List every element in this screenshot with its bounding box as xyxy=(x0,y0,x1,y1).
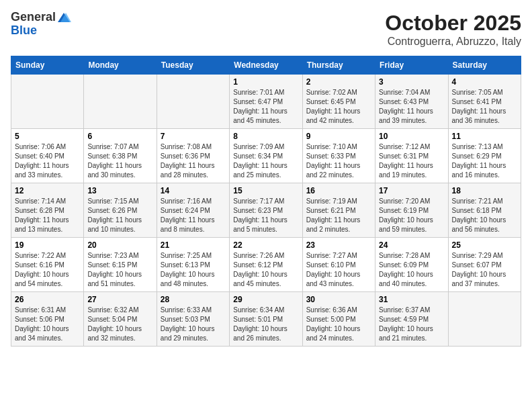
calendar-week-row: 1Sunrise: 7:01 AM Sunset: 6:47 PM Daylig… xyxy=(11,75,521,129)
logo-icon xyxy=(56,11,71,24)
table-row xyxy=(11,75,84,129)
day-number: 27 xyxy=(87,295,152,304)
table-row: 4Sunrise: 7:05 AM Sunset: 6:41 PM Daylig… xyxy=(448,75,521,129)
day-info: Sunrise: 6:33 AM Sunset: 5:03 PM Dayligh… xyxy=(161,306,226,343)
day-info: Sunrise: 7:01 AM Sunset: 6:47 PM Dayligh… xyxy=(233,88,298,126)
calendar-table: Sunday Monday Tuesday Wednesday Thursday… xyxy=(11,56,521,347)
day-info: Sunrise: 7:17 AM Sunset: 6:23 PM Dayligh… xyxy=(233,197,298,234)
day-info: Sunrise: 7:05 AM Sunset: 6:41 PM Dayligh… xyxy=(452,88,517,126)
day-number: 11 xyxy=(452,132,517,141)
table-row: 13Sunrise: 7:15 AM Sunset: 6:26 PM Dayli… xyxy=(84,183,157,238)
table-row: 5Sunrise: 7:06 AM Sunset: 6:40 PM Daylig… xyxy=(11,129,84,183)
day-info: Sunrise: 7:25 AM Sunset: 6:13 PM Dayligh… xyxy=(161,251,226,289)
day-info: Sunrise: 7:29 AM Sunset: 6:07 PM Dayligh… xyxy=(452,251,517,289)
col-saturday: Saturday xyxy=(448,56,521,75)
table-row: 19Sunrise: 7:22 AM Sunset: 6:16 PM Dayli… xyxy=(11,238,84,292)
day-number: 8 xyxy=(233,132,298,141)
table-row: 26Sunrise: 6:31 AM Sunset: 5:06 PM Dayli… xyxy=(11,292,84,347)
day-info: Sunrise: 7:19 AM Sunset: 6:21 PM Dayligh… xyxy=(306,197,371,234)
day-info: Sunrise: 7:02 AM Sunset: 6:45 PM Dayligh… xyxy=(306,88,371,126)
table-row: 15Sunrise: 7:17 AM Sunset: 6:23 PM Dayli… xyxy=(230,183,302,238)
calendar-week-row: 5Sunrise: 7:06 AM Sunset: 6:40 PM Daylig… xyxy=(11,129,521,183)
day-info: Sunrise: 7:10 AM Sunset: 6:33 PM Dayligh… xyxy=(306,142,371,180)
table-row: 12Sunrise: 7:14 AM Sunset: 6:28 PM Dayli… xyxy=(11,183,84,238)
day-info: Sunrise: 6:36 AM Sunset: 5:00 PM Dayligh… xyxy=(306,306,371,343)
day-number: 16 xyxy=(306,186,371,195)
page-header: General Blue October 2025 Controguerra, … xyxy=(11,11,521,48)
day-number: 13 xyxy=(87,186,152,195)
logo-general-text: General xyxy=(11,10,56,24)
table-row: 7Sunrise: 7:08 AM Sunset: 6:36 PM Daylig… xyxy=(157,129,229,183)
logo-blue-text: Blue xyxy=(11,24,37,37)
month-title: October 2025 xyxy=(385,11,521,36)
table-row: 28Sunrise: 6:33 AM Sunset: 5:03 PM Dayli… xyxy=(157,292,229,347)
table-row: 31Sunrise: 6:37 AM Sunset: 4:59 PM Dayli… xyxy=(375,292,448,347)
calendar-week-row: 12Sunrise: 7:14 AM Sunset: 6:28 PM Dayli… xyxy=(11,183,521,238)
day-number: 28 xyxy=(161,295,226,304)
day-number: 4 xyxy=(452,77,517,87)
day-number: 12 xyxy=(15,186,80,195)
day-number: 1 xyxy=(233,77,298,87)
day-info: Sunrise: 7:15 AM Sunset: 6:26 PM Dayligh… xyxy=(87,197,152,234)
day-info: Sunrise: 6:34 AM Sunset: 5:01 PM Dayligh… xyxy=(233,306,298,343)
table-row: 6Sunrise: 7:07 AM Sunset: 6:38 PM Daylig… xyxy=(84,129,157,183)
table-row: 11Sunrise: 7:13 AM Sunset: 6:29 PM Dayli… xyxy=(448,129,521,183)
day-number: 18 xyxy=(452,186,517,195)
day-number: 29 xyxy=(233,295,298,304)
day-number: 3 xyxy=(379,77,444,87)
table-row: 24Sunrise: 7:28 AM Sunset: 6:09 PM Dayli… xyxy=(375,238,448,292)
day-info: Sunrise: 6:31 AM Sunset: 5:06 PM Dayligh… xyxy=(15,306,80,343)
col-tuesday: Tuesday xyxy=(157,56,229,75)
table-row: 30Sunrise: 6:36 AM Sunset: 5:00 PM Dayli… xyxy=(302,292,375,347)
table-row: 1Sunrise: 7:01 AM Sunset: 6:47 PM Daylig… xyxy=(230,75,302,129)
day-number: 7 xyxy=(161,132,226,141)
day-number: 20 xyxy=(87,240,152,250)
table-row: 25Sunrise: 7:29 AM Sunset: 6:07 PM Dayli… xyxy=(448,238,521,292)
day-info: Sunrise: 7:21 AM Sunset: 6:18 PM Dayligh… xyxy=(452,197,517,234)
table-row: 8Sunrise: 7:09 AM Sunset: 6:34 PM Daylig… xyxy=(230,129,302,183)
logo: General Blue xyxy=(11,11,72,38)
day-info: Sunrise: 7:06 AM Sunset: 6:40 PM Dayligh… xyxy=(15,142,80,180)
day-info: Sunrise: 7:13 AM Sunset: 6:29 PM Dayligh… xyxy=(452,142,517,180)
col-wednesday: Wednesday xyxy=(230,56,302,75)
day-number: 26 xyxy=(15,295,80,304)
day-number: 31 xyxy=(379,295,444,304)
table-row xyxy=(448,292,521,347)
day-number: 14 xyxy=(161,186,226,195)
day-number: 10 xyxy=(379,132,444,141)
day-number: 15 xyxy=(233,186,298,195)
calendar-header-row: Sunday Monday Tuesday Wednesday Thursday… xyxy=(11,56,521,75)
col-sunday: Sunday xyxy=(11,56,84,75)
table-row: 3Sunrise: 7:04 AM Sunset: 6:43 PM Daylig… xyxy=(375,75,448,129)
day-info: Sunrise: 7:26 AM Sunset: 6:12 PM Dayligh… xyxy=(233,251,298,289)
day-number: 2 xyxy=(306,77,371,87)
table-row: 27Sunrise: 6:32 AM Sunset: 5:04 PM Dayli… xyxy=(84,292,157,347)
day-info: Sunrise: 7:12 AM Sunset: 6:31 PM Dayligh… xyxy=(379,142,444,180)
table-row: 20Sunrise: 7:23 AM Sunset: 6:15 PM Dayli… xyxy=(84,238,157,292)
day-number: 22 xyxy=(233,240,298,250)
day-number: 6 xyxy=(87,132,152,141)
day-number: 21 xyxy=(161,240,226,250)
day-number: 17 xyxy=(379,186,444,195)
day-info: Sunrise: 7:16 AM Sunset: 6:24 PM Dayligh… xyxy=(161,197,226,234)
table-row: 10Sunrise: 7:12 AM Sunset: 6:31 PM Dayli… xyxy=(375,129,448,183)
col-friday: Friday xyxy=(375,56,448,75)
table-row: 9Sunrise: 7:10 AM Sunset: 6:33 PM Daylig… xyxy=(302,129,375,183)
day-info: Sunrise: 7:20 AM Sunset: 6:19 PM Dayligh… xyxy=(379,197,444,234)
title-block: October 2025 Controguerra, Abruzzo, Ital… xyxy=(385,11,521,48)
table-row: 22Sunrise: 7:26 AM Sunset: 6:12 PM Dayli… xyxy=(230,238,302,292)
day-info: Sunrise: 7:04 AM Sunset: 6:43 PM Dayligh… xyxy=(379,88,444,126)
day-info: Sunrise: 7:14 AM Sunset: 6:28 PM Dayligh… xyxy=(15,197,80,234)
location: Controguerra, Abruzzo, Italy xyxy=(385,36,521,48)
day-info: Sunrise: 7:28 AM Sunset: 6:09 PM Dayligh… xyxy=(379,251,444,289)
day-number: 9 xyxy=(306,132,371,141)
day-info: Sunrise: 6:37 AM Sunset: 4:59 PM Dayligh… xyxy=(379,306,444,343)
day-number: 30 xyxy=(306,295,371,304)
table-row xyxy=(84,75,157,129)
day-info: Sunrise: 7:27 AM Sunset: 6:10 PM Dayligh… xyxy=(306,251,371,289)
table-row: 18Sunrise: 7:21 AM Sunset: 6:18 PM Dayli… xyxy=(448,183,521,238)
day-info: Sunrise: 7:09 AM Sunset: 6:34 PM Dayligh… xyxy=(233,142,298,180)
day-info: Sunrise: 7:08 AM Sunset: 6:36 PM Dayligh… xyxy=(161,142,226,180)
calendar-week-row: 19Sunrise: 7:22 AM Sunset: 6:16 PM Dayli… xyxy=(11,238,521,292)
table-row: 29Sunrise: 6:34 AM Sunset: 5:01 PM Dayli… xyxy=(230,292,302,347)
